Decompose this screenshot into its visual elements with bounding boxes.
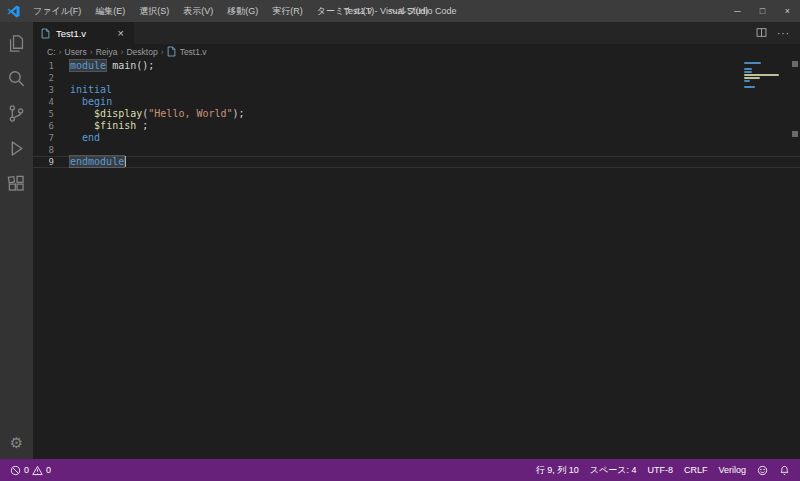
file-icon [41,28,50,39]
warning-icon [32,465,43,476]
main-area: ⚙ Test1.v × [0,22,800,459]
encoding-indicator[interactable]: UTF-8 [647,465,673,475]
code-text: endmodule [70,156,800,168]
menu-selection[interactable]: 選択(S) [132,0,176,22]
menu-file[interactable]: ファイル(F) [26,0,88,22]
maximize-button[interactable]: □ [750,0,775,22]
line-number[interactable]: 4 [33,96,70,108]
code-line-5[interactable]: 5 $display("Hello, World"); [33,108,800,120]
code-line-7[interactable]: 7 end [33,132,800,144]
code-line-3[interactable]: 3initial [33,84,800,96]
code-text: end [70,132,800,144]
source-control-icon[interactable] [0,96,33,131]
line-number[interactable]: 2 [33,72,70,84]
breadcrumb-item-drive-c[interactable]: C: [47,47,56,57]
explorer-icon[interactable] [0,26,33,61]
breadcrumb-separator: › [90,47,93,57]
feedback-icon[interactable] [757,465,768,476]
line-number[interactable]: 1 [33,60,70,72]
breadcrumb-item-test1-v[interactable]: Test1.v [180,47,207,57]
code-line-4[interactable]: 4 begin [33,96,800,108]
editor-column: Test1.v × ··· C:›Users›Reiya›Desktop›Tes… [33,22,800,459]
line-number[interactable]: 9 [33,156,70,168]
code-line-2[interactable]: 2 [33,72,800,84]
warning-count: 0 [46,465,51,475]
code-text: $display("Hello, World"); [70,108,800,120]
window-controls: ─ □ × [725,0,800,22]
split-editor-icon[interactable] [756,27,767,40]
line-number[interactable]: 8 [33,144,70,156]
vscode-window: ファイル(F)編集(E)選択(S)表示(V)移動(G)実行(R)ターミナル(T)… [0,0,800,481]
minimap[interactable] [744,62,788,88]
line-number[interactable]: 7 [33,132,70,144]
bell-icon[interactable] [779,465,790,476]
text-cursor [125,156,126,167]
problems-indicator[interactable]: 0 0 [10,465,51,476]
overview-ruler-mark [792,131,798,137]
menu-run[interactable]: 実行(R) [265,0,310,22]
code-lines: 1module main();23initial4 begin5 $displa… [33,60,800,168]
code-text: initial [70,84,800,96]
cursor-position[interactable]: 行 9, 列 10 [536,464,579,477]
code-text [70,72,800,84]
extensions-icon[interactable] [0,166,33,201]
tab-bar: Test1.v × ··· [33,22,800,44]
breadcrumb: C:›Users›Reiya›Desktop›Test1.v [33,44,800,59]
line-number[interactable]: 3 [33,84,70,96]
run-debug-icon[interactable] [0,131,33,166]
search-icon[interactable] [0,61,33,96]
minimize-button[interactable]: ─ [725,0,750,22]
tab-label: Test1.v [56,28,86,39]
code-line-8[interactable]: 8 [33,144,800,156]
code-line-6[interactable]: 6 $finish ; [33,120,800,132]
vscode-logo-icon [0,0,26,22]
code-text: module main(); [70,60,800,72]
menu-edit[interactable]: 編集(E) [88,0,132,22]
file-icon [167,46,176,57]
window-title: Test1.v - Visual Studio Code [344,0,457,22]
close-tab-icon[interactable]: × [116,28,126,39]
more-actions-icon[interactable]: ··· [777,28,790,39]
tab-bar-actions: ··· [746,22,800,44]
code-text: begin [70,96,800,108]
indentation-indicator[interactable]: スペース: 4 [590,464,637,477]
breadcrumb-item-users[interactable]: Users [65,47,87,57]
eol-indicator[interactable]: CRLF [684,465,708,475]
code-line-1[interactable]: 1module main(); [33,60,800,72]
error-icon [10,465,21,476]
breadcrumb-item-desktop[interactable]: Desktop [126,47,157,57]
breadcrumb-separator: › [120,47,123,57]
activity-bar: ⚙ [0,22,33,459]
menu-view[interactable]: 表示(V) [176,0,220,22]
code-text [70,144,800,156]
title-bar: ファイル(F)編集(E)選択(S)表示(V)移動(G)実行(R)ターミナル(T)… [0,0,800,22]
scrollbar[interactable] [790,59,800,459]
editor[interactable]: 1module main();23initial4 begin5 $displa… [33,59,800,459]
breadcrumb-item-reiya[interactable]: Reiya [96,47,118,57]
gear-icon[interactable]: ⚙ [0,427,33,459]
code-text: $finish ; [70,120,800,132]
language-indicator[interactable]: Verilog [718,465,746,475]
error-count: 0 [24,465,29,475]
menu-go[interactable]: 移動(G) [220,0,265,22]
breadcrumb-separator: › [161,47,164,57]
code-line-9[interactable]: 9endmodule [33,156,800,168]
line-number[interactable]: 5 [33,108,70,120]
line-number[interactable]: 6 [33,120,70,132]
breadcrumb-separator: › [59,47,62,57]
close-button[interactable]: × [775,0,800,22]
status-bar: 0 0 行 9, 列 10 スペース: 4 UTF-8 CRLF Verilog [0,459,800,481]
overview-ruler-mark [792,61,798,67]
tab-test1-v[interactable]: Test1.v × [33,22,135,44]
